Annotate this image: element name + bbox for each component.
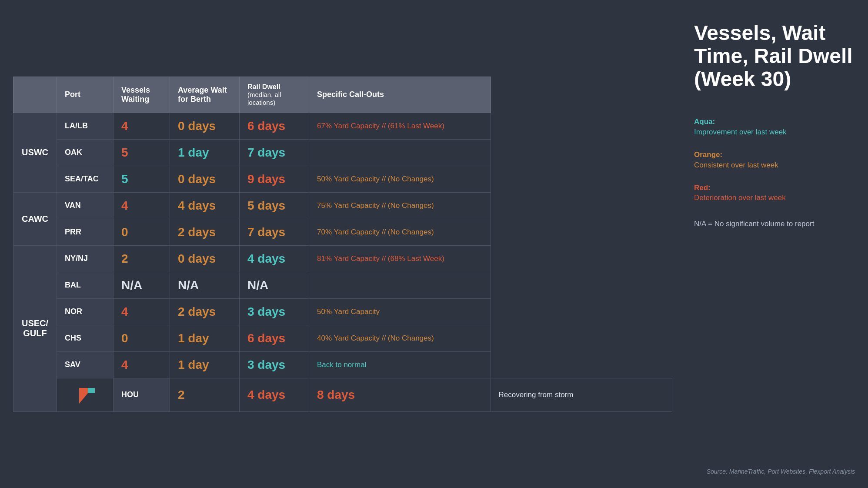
callout-cell: 75% Yard Capacity // (No Changes) [309, 192, 491, 219]
rail-dwell-cell: 5 days [240, 192, 309, 219]
port-cell: BAL [57, 272, 114, 298]
legend-red-label: Red: [694, 184, 711, 192]
legend-aqua-desc: Improvement over last week [694, 128, 787, 136]
data-table: Port Vessels Waiting Average Wait for Be… [13, 77, 672, 412]
avg-wait-cell: 0 days [170, 113, 240, 139]
avg-wait-cell: 1 day [170, 325, 240, 351]
avg-wait-cell: 1 day [170, 139, 240, 166]
port-cell: CHS [57, 325, 114, 351]
table-row: SEA/TAC50 days9 days50% Yard Capacity //… [13, 166, 672, 192]
table-row: CAWCVAN44 days5 days75% Yard Capacity //… [13, 192, 672, 219]
legend-aqua: Aqua: Improvement over last week [694, 117, 855, 137]
table-row: BALN/AN/AN/A [13, 272, 672, 298]
vessels-waiting-cell: 0 [114, 219, 170, 245]
port-cell: OAK [57, 139, 114, 166]
callout-cell: 81% Yard Capacity // (68% Last Week) [309, 245, 491, 272]
avg-wait-cell: 2 days [170, 219, 240, 245]
vessels-waiting-cell: 0 [114, 325, 170, 351]
na-note: N/A = No significant volume to report [694, 220, 855, 228]
legend-aqua-label: Aqua: [694, 117, 715, 126]
rail-dwell-cell: 6 days [240, 113, 309, 139]
legend-red-desc: Deterioration over last week [694, 194, 786, 202]
port-cell: NY/NJ [57, 245, 114, 272]
legend-orange-label: Orange: [694, 150, 722, 159]
avg-wait-cell: 4 days [170, 192, 240, 219]
table-row: NOR42 days3 days50% Yard Capacity [13, 298, 672, 325]
header-avg-wait: Average Wait for Berth [170, 77, 240, 113]
callout-cell: 50% Yard Capacity [309, 298, 491, 325]
header-rail-dwell: Rail Dwell(median, all locations) [240, 77, 309, 113]
rail-dwell-cell: 7 days [240, 139, 309, 166]
table-row: CHS01 day6 days40% Yard Capacity // (No … [13, 325, 672, 351]
legend-orange: Orange: Consistent over last week [694, 150, 855, 170]
vessels-waiting-cell: 5 [114, 166, 170, 192]
right-section: Vessels, Wait Time, Rail Dwell (Week 30)… [690, 9, 855, 479]
vessels-waiting-cell: 2 [170, 378, 240, 411]
callout-cell: Back to normal [309, 351, 491, 378]
header-vessels-waiting: Vessels Waiting [114, 77, 170, 113]
callout-cell: 40% Yard Capacity // (No Changes) [309, 325, 491, 351]
callout-cell: 50% Yard Capacity // (No Changes) [309, 166, 491, 192]
port-cell: VAN [57, 192, 114, 219]
callout-cell: 70% Yard Capacity // (No Changes) [309, 219, 491, 245]
table-header-row: Port Vessels Waiting Average Wait for Be… [13, 77, 672, 113]
port-cell: PRR [57, 219, 114, 245]
rail-dwell-cell: N/A [240, 272, 309, 298]
vessels-waiting-cell: N/A [114, 272, 170, 298]
port-cell: SEA/TAC [57, 166, 114, 192]
table-section: Port Vessels Waiting Average Wait for Be… [13, 9, 672, 479]
avg-wait-cell: 4 days [240, 378, 309, 411]
legend-section: Aqua: Improvement over last week Orange:… [694, 117, 855, 228]
table-row: USEC/ GULFNY/NJ20 days4 days81% Yard Cap… [13, 245, 672, 272]
region-cell: USWC [13, 113, 57, 192]
table-row: HOU24 days8 daysRecovering from storm [13, 378, 672, 411]
svg-marker-1 [88, 388, 95, 393]
flexport-logo-icon [76, 384, 95, 404]
region-cell: CAWC [13, 192, 57, 245]
logo-cell [57, 378, 114, 411]
vessels-waiting-cell: 5 [114, 139, 170, 166]
vessels-waiting-cell: 4 [114, 351, 170, 378]
rail-dwell-cell: 8 days [309, 378, 491, 411]
table-body: USWCLA/LB40 days6 days67% Yard Capacity … [13, 113, 672, 411]
callout-cell: Recovering from storm [491, 378, 672, 411]
table-row: SAV41 day3 daysBack to normal [13, 351, 672, 378]
chart-title: Vessels, Wait Time, Rail Dwell (Week 30) [694, 22, 855, 90]
avg-wait-cell: 0 days [170, 166, 240, 192]
callout-cell [309, 139, 491, 166]
main-container: Port Vessels Waiting Average Wait for Be… [0, 0, 868, 488]
callout-cell [309, 272, 491, 298]
vessels-waiting-cell: 4 [114, 113, 170, 139]
rail-dwell-cell: 6 days [240, 325, 309, 351]
table-row: PRR02 days7 days70% Yard Capacity // (No… [13, 219, 672, 245]
port-cell: LA/LB [57, 113, 114, 139]
region-cell: USEC/ GULF [13, 245, 57, 411]
legend-red: Red: Deterioration over last week [694, 183, 855, 204]
table-row: USWCLA/LB40 days6 days67% Yard Capacity … [13, 113, 672, 139]
header-callouts: Specific Call-Outs [309, 77, 491, 113]
svg-marker-0 [79, 388, 88, 404]
avg-wait-cell: N/A [170, 272, 240, 298]
port-cell: SAV [57, 351, 114, 378]
rail-dwell-cell: 4 days [240, 245, 309, 272]
source-note: Source: MarineTraffic, Port Websites, Fl… [707, 459, 855, 475]
header-region [13, 77, 57, 113]
vessels-waiting-cell: 4 [114, 192, 170, 219]
avg-wait-cell: 2 days [170, 298, 240, 325]
header-port: Port [57, 77, 114, 113]
callout-cell: 67% Yard Capacity // (61% Last Week) [309, 113, 491, 139]
table-row: OAK51 day7 days [13, 139, 672, 166]
port-cell: HOU [114, 378, 170, 411]
vessels-waiting-cell: 4 [114, 298, 170, 325]
rail-dwell-cell: 3 days [240, 351, 309, 378]
avg-wait-cell: 0 days [170, 245, 240, 272]
rail-dwell-cell: 3 days [240, 298, 309, 325]
vessels-waiting-cell: 2 [114, 245, 170, 272]
port-cell: NOR [57, 298, 114, 325]
rail-dwell-cell: 9 days [240, 166, 309, 192]
rail-dwell-cell: 7 days [240, 219, 309, 245]
legend-orange-desc: Consistent over last week [694, 161, 778, 169]
avg-wait-cell: 1 day [170, 351, 240, 378]
